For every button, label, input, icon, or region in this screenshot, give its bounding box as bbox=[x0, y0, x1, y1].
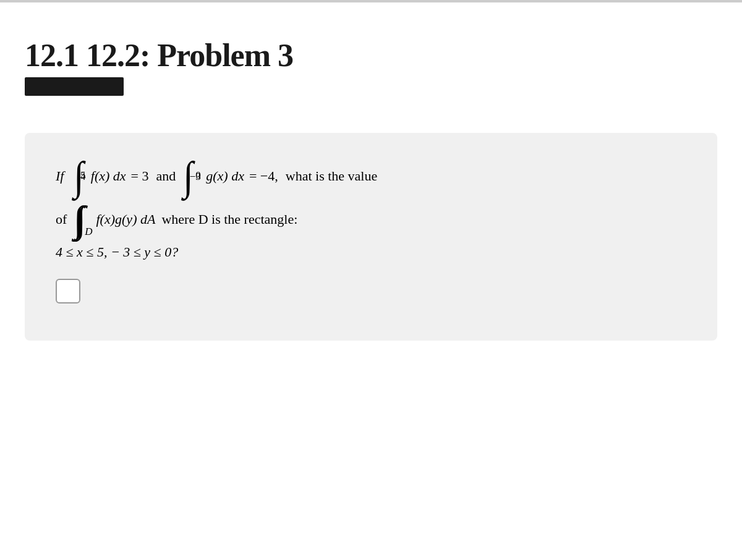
problem-line-1: If ∫ 5 4 f(x) dx = 3 and ∫ 0 −3 g(x) dx … bbox=[56, 158, 686, 195]
integral-2: ∫ 0 −3 g(x) dx = −4, bbox=[183, 158, 278, 195]
integral-1: ∫ 5 4 f(x) dx = 3 bbox=[74, 158, 148, 195]
integral-2-integrand: g(x) dx bbox=[203, 168, 244, 184]
conjunction: and bbox=[156, 168, 176, 184]
redacted-bar bbox=[25, 77, 124, 96]
problem-box: If ∫ 5 4 f(x) dx = 3 and ∫ 0 −3 g(x) dx … bbox=[25, 133, 717, 341]
where-clause: where D is the rectangle: bbox=[161, 211, 297, 227]
double-int-syms: ∫ ∫ D bbox=[75, 201, 92, 238]
page-title: 12.1 12.2: Problem 3 bbox=[25, 37, 742, 74]
integral-2-equals: = −4, bbox=[249, 168, 278, 184]
double-integral: ∫ ∫ D f(x)g(y) dA bbox=[75, 201, 155, 238]
double-integral-integrand: f(x)g(y) dA bbox=[96, 211, 155, 227]
bounds: 4 ≤ x ≤ 5, − 3 ≤ y ≤ 0? bbox=[56, 244, 178, 260]
integral-1-integrand: f(x) dx bbox=[88, 168, 126, 184]
integral-1-symbol: ∫ bbox=[74, 156, 83, 197]
double-int-sym-2: ∫ bbox=[74, 201, 83, 238]
integral-1-equals: = 3 bbox=[131, 168, 149, 184]
integral-2-symbol: ∫ bbox=[183, 156, 193, 197]
answer-input-box[interactable] bbox=[56, 279, 80, 303]
word-of: of bbox=[56, 211, 67, 227]
double-int-subscript: D bbox=[85, 226, 92, 238]
top-border bbox=[0, 0, 742, 2]
problem-line-3: 4 ≤ x ≤ 5, − 3 ≤ y ≤ 0? bbox=[56, 244, 686, 260]
question-suffix: what is the value bbox=[286, 168, 377, 184]
problem-line-2: of ∫ ∫ D f(x)g(y) dA where D is the rect… bbox=[56, 201, 686, 238]
word-if: If bbox=[56, 168, 64, 184]
